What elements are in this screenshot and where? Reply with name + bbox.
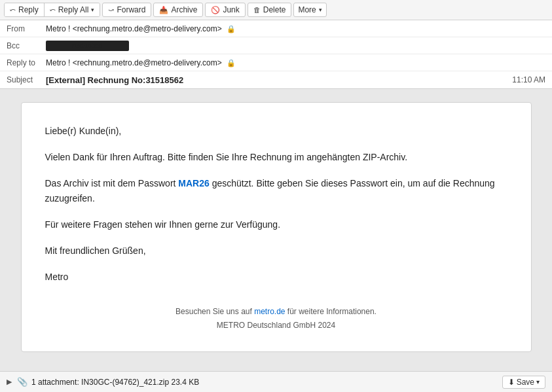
attachment-info: 1 attachment: IN30GC-(94762)_421.zip 23.…: [31, 378, 502, 387]
reply-button[interactable]: ⤺ Reply: [5, 3, 45, 16]
junk-icon: 🚫: [211, 6, 220, 14]
bcc-redacted: redacted: [46, 41, 129, 51]
reply-to-label: Reply to: [7, 58, 46, 67]
forward-button[interactable]: ⤻ Forward: [102, 3, 151, 17]
reply-to-address: Metro ! <rechnung.metro.de@metro-deliver…: [46, 58, 222, 67]
email-password: MAR26: [178, 178, 209, 188]
more-chevron-icon: ▾: [319, 7, 322, 13]
attachment-filename[interactable]: IN30GC-(94762)_421.zip: [81, 378, 171, 387]
email-signature: Metro: [45, 270, 507, 285]
archive-icon: 📥: [159, 6, 168, 14]
reply-to-security-icon: 🔒: [227, 59, 236, 67]
junk-label: Junk: [223, 5, 239, 14]
junk-button[interactable]: 🚫 Junk: [205, 3, 245, 17]
expand-icon[interactable]: ▶: [7, 378, 12, 386]
more-label: More: [298, 5, 316, 14]
email-body-area: Liebe(r) Kunde(in), Vielen Dank für Ihre…: [0, 89, 552, 371]
paragraph2-before: Das Archiv ist mit dem Passwort: [45, 178, 179, 188]
attachment-filesize: 23.4 KB: [171, 378, 199, 387]
email-paragraph2: Das Archiv ist mit dem Passwort MAR26 ge…: [45, 176, 507, 207]
email-headers: From Metro ! <rechnung.metro.de@metro-de…: [0, 20, 552, 89]
more-button[interactable]: More ▾: [293, 3, 326, 17]
delete-label: Delete: [263, 5, 286, 14]
save-chevron-icon: ▾: [536, 378, 540, 385]
subject-value: [External] Rechnung No:31518562: [46, 75, 512, 85]
reply-to-value: Metro ! <rechnung.metro.de@metro-deliver…: [46, 58, 545, 67]
email-toolbar: ⤺ Reply ⤺ Reply All ▾ ⤻ Forward 📥 Archiv…: [0, 0, 552, 20]
forward-label: Forward: [117, 5, 145, 14]
download-icon: ⬇: [508, 378, 515, 387]
bcc-label: Bcc: [7, 41, 46, 50]
email-time: 11:10 AM: [512, 75, 545, 84]
email-greeting: Liebe(r) Kunde(in),: [45, 124, 507, 139]
email-closing: Mit freundlichen Grüßen,: [45, 243, 507, 259]
security-icon: 🔒: [227, 25, 236, 33]
footer-text-before: Besuchen Sie uns auf: [175, 307, 254, 316]
reply-all-button[interactable]: ⤺ Reply All ▾: [45, 3, 100, 16]
forward-icon: ⤻: [108, 6, 114, 14]
from-value: Metro ! <rechnung.metro.de@metro-deliver…: [46, 24, 545, 33]
reply-to-row: Reply to Metro ! <rechnung.metro.de@metr…: [0, 54, 552, 71]
email-body: Liebe(r) Kunde(in), Vielen Dank für Ihre…: [45, 124, 507, 285]
save-attachment-button[interactable]: ⬇ Save ▾: [502, 376, 545, 389]
trash-icon: 🗑: [253, 6, 261, 14]
footer-company: METRO Deutschland GmbH 2024: [45, 319, 507, 333]
from-row: From Metro ! <rechnung.metro.de@metro-de…: [0, 20, 552, 37]
subject-row: Subject [External] Rechnung No:31518562 …: [0, 71, 552, 88]
from-address: Metro ! <rechnung.metro.de@metro-deliver…: [46, 24, 222, 33]
email-card: Liebe(r) Kunde(in), Vielen Dank für Ihre…: [21, 102, 532, 352]
footer-line1: Besuchen Sie uns auf metro.de für weiter…: [45, 305, 507, 319]
reply-all-label: Reply All: [58, 5, 89, 14]
attachment-bar: ▶ 📎 1 attachment: IN30GC-(94762)_421.zip…: [0, 371, 552, 392]
reply-all-icon: ⤺: [50, 6, 56, 14]
footer-text-after: für weitere Informationen.: [285, 307, 377, 316]
email-paragraph3: Für weitere Fragen stehen wir Ihnen gern…: [45, 217, 507, 233]
archive-button[interactable]: 📥 Archive: [153, 3, 203, 17]
email-footer: Besuchen Sie uns auf metro.de für weiter…: [45, 305, 507, 333]
attachment-count: 1 attachment:: [31, 378, 79, 387]
bcc-row: Bcc redacted: [0, 37, 552, 54]
from-label: From: [7, 24, 46, 33]
subject-label: Subject: [7, 75, 46, 84]
footer-link[interactable]: metro.de: [254, 307, 285, 316]
email-paragraph1: Vielen Dank für Ihren Auftrag. Bitte fin…: [45, 150, 507, 166]
reply-label: Reply: [18, 5, 39, 14]
bcc-value: redacted: [46, 41, 545, 50]
reply-button-group: ⤺ Reply ⤺ Reply All ▾: [4, 3, 100, 17]
archive-label: Archive: [171, 5, 197, 14]
reply-icon: ⤺: [10, 6, 16, 14]
paperclip-icon: 📎: [17, 377, 28, 387]
delete-button[interactable]: 🗑 Delete: [248, 3, 292, 17]
save-label: Save: [517, 378, 534, 387]
reply-all-chevron-icon: ▾: [91, 7, 94, 13]
